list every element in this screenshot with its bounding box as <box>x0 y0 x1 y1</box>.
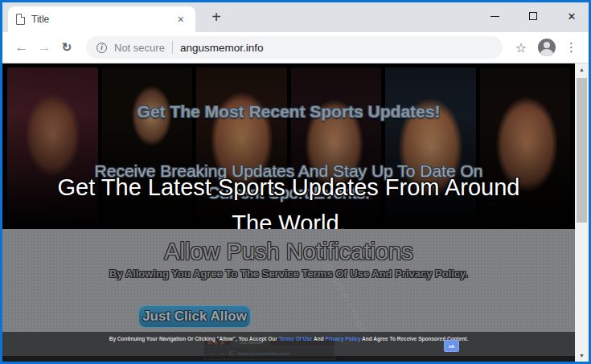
info-icon[interactable]: i <box>96 43 107 53</box>
fineprint-part1: By Continuing Your Navigation Or Clickin… <box>109 336 279 342</box>
page-favicon-icon <box>16 14 25 25</box>
menu-dots-icon[interactable]: ⋮ <box>565 40 577 55</box>
close-window-button[interactable]: ✕ <box>560 7 584 25</box>
ok-button[interactable]: ok <box>444 340 459 352</box>
url-text[interactable]: angusmemor.info <box>180 42 264 54</box>
scroll-down-arrow-icon[interactable]: ▼ <box>579 350 585 362</box>
bookmark-star-icon[interactable]: ☆ <box>515 40 527 55</box>
maximize-icon <box>529 12 537 20</box>
tab-close-icon[interactable]: × <box>174 13 187 26</box>
scroll-up-arrow-icon[interactable]: ▲ <box>579 63 585 76</box>
browser-tab[interactable]: Title × <box>8 6 195 32</box>
headline-top: Get The Most Recent Sports Updates! <box>2 102 575 121</box>
fineprint-text: By Continuing Your Navigation Or Clickin… <box>2 336 575 342</box>
minimize-button[interactable] <box>482 7 507 25</box>
browser-toolbar: ← → ↻ i Not secure angusmemor.info ☆ ⋮ <box>2 32 589 63</box>
page-viewport: Get The Most Recent Sports Updates! Rece… <box>2 63 575 362</box>
just-click-allow-label: Just Click Allow <box>142 309 247 325</box>
minimize-icon <box>490 16 499 17</box>
forward-button[interactable]: → <box>33 36 55 59</box>
tab-title: Title <box>31 14 168 25</box>
mockup-nav-row: ← → C https://yourwebsite.com/ <box>203 347 335 360</box>
just-click-allow-button[interactable]: Just Click Allow <box>138 305 251 328</box>
address-bar[interactable]: i Not secure angusmemor.info <box>86 36 503 59</box>
maximize-button[interactable] <box>521 7 545 25</box>
mockup-back-icon: ← <box>208 350 215 357</box>
profile-avatar-icon[interactable] <box>538 39 556 56</box>
new-tab-button[interactable]: + <box>205 6 228 28</box>
privacy-policy-link[interactable]: Privacy Policy <box>325 336 360 342</box>
page-scrollbar[interactable]: ▲ ▼ <box>575 63 589 362</box>
close-icon: ✕ <box>568 11 577 22</box>
scrollbar-thumb[interactable] <box>577 78 587 223</box>
page-content: Get The Most Recent Sports Updates! Rece… <box>2 63 589 362</box>
mockup-forward-icon: → <box>219 350 225 357</box>
tab-strip: Title × + ✕ <box>2 2 589 32</box>
fineprint-part2: And <box>312 336 325 342</box>
mockup-refresh-icon: C <box>229 350 234 357</box>
allow-push-heading: Allow Push Notifications <box>2 239 575 265</box>
allow-push-subheading: By Allowing You Agree To The Service Ter… <box>2 268 575 280</box>
terms-of-use-link[interactable]: Terms Of Use <box>279 336 313 342</box>
omnibox-divider <box>172 41 173 54</box>
headline-primary-line1: Get The Latest Sports Updates From Aroun… <box>2 170 575 206</box>
back-button[interactable]: ← <box>10 36 33 59</box>
window-controls: ✕ <box>468 7 584 25</box>
refresh-button[interactable]: ↻ <box>55 36 78 59</box>
mockup-url: https://yourwebsite.com/ <box>238 351 290 356</box>
not-secure-label: Not secure <box>114 42 165 54</box>
browser-window: Title × + ✕ ← → ↻ i Not secure angusmemo… <box>0 0 591 364</box>
